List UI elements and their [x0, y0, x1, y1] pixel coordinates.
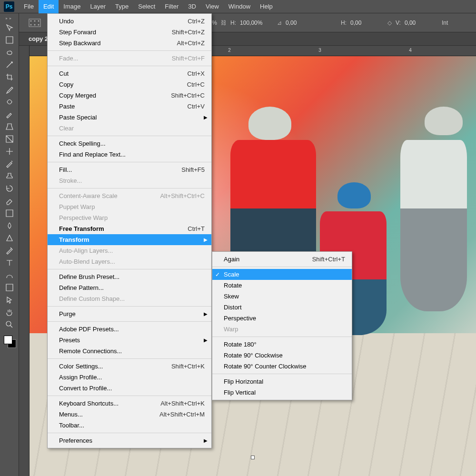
edit-menu-item[interactable]: Assign Profile... [48, 372, 211, 383]
svg-rect-0 [29, 19, 40, 27]
tool-marquee[interactable] [2, 34, 17, 46]
tool-eraser[interactable] [2, 195, 17, 207]
menu-select[interactable]: Select [133, 0, 160, 13]
edit-menu-item[interactable]: Keyboard Shortcuts...Alt+Shift+Ctrl+K [48, 398, 211, 409]
menu-item-shortcut: Shift+F5 [181, 166, 205, 173]
menu-type[interactable]: Type [110, 0, 133, 13]
edit-menu-item[interactable]: Step BackwardAlt+Ctrl+Z [48, 38, 211, 49]
tool-pen[interactable] [2, 244, 17, 257]
tool-dodge[interactable] [2, 232, 17, 244]
edit-menu-item[interactable]: Define Brush Preset... [48, 271, 211, 282]
transform-menu-item[interactable]: Skew [212, 291, 352, 302]
tool-shape[interactable] [2, 281, 17, 294]
tool-gradient[interactable] [2, 207, 17, 219]
tool-type[interactable] [2, 257, 17, 269]
tool-hand[interactable] [2, 306, 17, 318]
transform-menu-item[interactable]: Rotate 90° Counter Clockwise [212, 361, 352, 372]
tool-crossarrow[interactable] [2, 145, 17, 158]
edit-menu-item[interactable]: Define Pattern... [48, 282, 211, 293]
edit-menu-item: Perspective Warp [48, 212, 211, 223]
submenu-arrow-icon: ▶ [204, 337, 208, 343]
tool-brush[interactable] [2, 108, 17, 120]
tool-move[interactable] [2, 21, 17, 34]
transform-menu-item: Warp [212, 324, 352, 335]
panel-grip-icon[interactable]: ▸▸ [6, 16, 13, 20]
edit-menu-item[interactable]: Convert to Profile... [48, 383, 211, 394]
menu-window[interactable]: Window [224, 0, 255, 13]
edit-menu-item[interactable]: CutCtrl+X [48, 68, 211, 79]
edit-menu-item[interactable]: Fill...Shift+F5 [48, 164, 211, 175]
svg-point-6 [38, 24, 40, 25]
transform-menu-item[interactable]: Rotate [212, 280, 352, 291]
menu-item-label: Perspective [224, 315, 345, 322]
menu-filter[interactable]: Filter [160, 0, 183, 13]
menu-item-label: Rotate 180° [224, 341, 345, 348]
edit-menu-item[interactable]: Copy MergedShift+Ctrl+C [48, 90, 211, 101]
edit-menu-item[interactable]: Remote Connections... [48, 346, 211, 357]
menu-view[interactable]: View [201, 0, 224, 13]
skew-h-input[interactable] [350, 20, 384, 26]
artwork-helmet [248, 107, 291, 140]
edit-menu-item[interactable]: Menus...Alt+Shift+Ctrl+M [48, 409, 211, 420]
menu-image[interactable]: Image [59, 0, 85, 13]
edit-menu-item[interactable]: Step ForwardShift+Ctrl+Z [48, 27, 211, 38]
tool-lasso[interactable] [2, 46, 17, 59]
menu-edit[interactable]: Edit [39, 0, 59, 13]
edit-menu-item[interactable]: CopyCtrl+C [48, 79, 211, 90]
transform-menu-item[interactable]: Perspective [212, 313, 352, 324]
menu-item-label: Perspective Warp [59, 214, 205, 221]
tool-healing[interactable] [2, 96, 17, 108]
edit-menu-item[interactable]: Paste Special▶ [48, 112, 211, 123]
tool-crop[interactable] [2, 71, 17, 83]
ruler-vertical[interactable] [19, 46, 30, 476]
transform-menu-item[interactable]: Distort [212, 302, 352, 313]
tool-zoom[interactable] [2, 318, 17, 331]
edit-menu-item[interactable]: UndoCtrl+Z [48, 16, 211, 27]
menu-item-label: Step Backward [59, 40, 177, 47]
tool-path[interactable] [2, 269, 17, 281]
tool-wand[interactable] [2, 59, 17, 71]
edit-menu-item[interactable]: Purge▶ [48, 308, 211, 319]
check-icon: ✓ [215, 271, 220, 278]
edit-menu-item[interactable]: Transform▶ [48, 234, 211, 245]
color-swatch[interactable] [3, 335, 16, 348]
tool-pen-brush[interactable] [2, 158, 17, 170]
menu-item-shortcut: Alt+Shift+Ctrl+M [159, 411, 205, 418]
menu-3d[interactable]: 3D [183, 0, 201, 13]
edit-menu-item[interactable]: Check Spelling... [48, 138, 211, 149]
edit-menu-item[interactable]: Free TransformCtrl+T [48, 223, 211, 234]
tool-eyedropper[interactable] [2, 83, 17, 96]
menu-file[interactable]: File [19, 0, 39, 13]
reference-point-icon[interactable] [29, 19, 41, 27]
tool-stamp[interactable] [2, 170, 17, 182]
transform-menu-item[interactable]: Rotate 180° [212, 339, 352, 350]
transform-menu-item[interactable]: AgainShift+Ctrl+T [212, 254, 352, 265]
edit-menu-item[interactable]: Preferences▶ [48, 435, 211, 446]
tool-history[interactable] [2, 182, 17, 195]
link-icon[interactable]: ⛓ [221, 20, 227, 26]
tool-clone[interactable] [2, 120, 17, 133]
menu-layer[interactable]: Layer [86, 0, 111, 13]
interp-label[interactable]: Int [442, 20, 448, 26]
transform-menu-item[interactable]: Flip Vertical [212, 387, 352, 398]
edit-menu-item[interactable]: Color Settings...Shift+Ctrl+K [48, 361, 211, 372]
edit-menu-item[interactable]: Presets▶ [48, 335, 211, 346]
edit-menu-item[interactable]: Toolbar... [48, 420, 211, 431]
transform-menu-item[interactable]: Flip Horizontal [212, 376, 352, 387]
transform-menu-item[interactable]: Rotate 90° Clockwise [212, 350, 352, 361]
angle-input[interactable] [286, 20, 319, 26]
menu-help[interactable]: Help [255, 0, 278, 13]
edit-menu-item[interactable]: PasteCtrl+V [48, 101, 211, 112]
menu-item-label: Content-Aware Scale [59, 192, 160, 199]
tool-blur[interactable] [2, 219, 17, 232]
skew-v-input[interactable] [405, 20, 438, 26]
transform-handle[interactable] [251, 456, 255, 459]
tool-marquee-sel[interactable] [2, 133, 17, 145]
app-logo: Ps [4, 1, 14, 12]
height-pct-input[interactable] [240, 20, 273, 26]
transform-menu-item[interactable]: ✓Scale [212, 269, 352, 280]
tool-pointer[interactable] [2, 294, 17, 306]
edit-menu-item[interactable]: Adobe PDF Presets... [48, 324, 211, 335]
menu-item-label: Presets [59, 337, 205, 344]
edit-menu-item[interactable]: Find and Replace Text... [48, 149, 211, 160]
